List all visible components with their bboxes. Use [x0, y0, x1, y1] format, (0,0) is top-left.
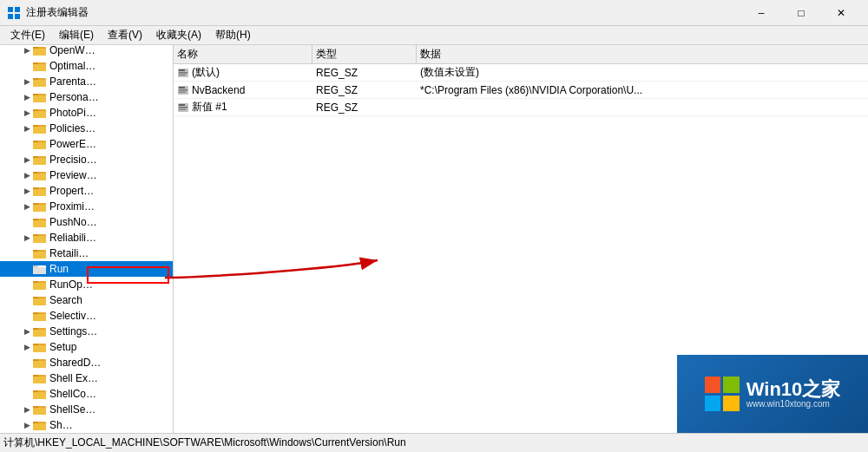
table-row-0[interactable]: (默认)REG_SZ(数值未设置): [174, 64, 868, 82]
tree-label-shellse: ShellSe…: [49, 403, 95, 416]
menu-favorites[interactable]: 收藏夹(A): [149, 26, 208, 44]
menu-edit[interactable]: 编辑(E): [52, 26, 101, 44]
tree-arrow-shellr[interactable]: ▶: [21, 417, 33, 433]
svg-rect-57: [33, 252, 46, 259]
tree-arrow-precisio[interactable]: ▶: [21, 152, 33, 167]
minimize-button[interactable]: –: [741, 0, 781, 26]
tree-label-precisio: Precisio…: [49, 154, 97, 166]
tree-arrow-reliabili[interactable]: ▶: [21, 230, 33, 246]
folder-icon-photop: [33, 106, 47, 120]
tree-item-reliabili[interactable]: ▶ Reliabili…: [0, 230, 173, 246]
tree-label-shellr: Sh…: [49, 419, 73, 431]
tree-item-preview[interactable]: ▶ Preview…: [0, 167, 173, 183]
win-pane-3: [705, 396, 721, 412]
tree-label-settings: Settings…: [49, 325, 97, 337]
svg-rect-63: [33, 283, 46, 290]
tree-arrow-pushno[interactable]: [21, 214, 33, 230]
table-row-1[interactable]: NvBackendREG_SZ*C:\Program Files (x86)\N…: [174, 82, 868, 99]
tree-arrow-proximi[interactable]: ▶: [21, 199, 33, 214]
table-row-2[interactable]: 新值 #1REG_SZ: [174, 99, 868, 116]
watermark-text: Win10之家 www.win10xtong.com: [746, 380, 841, 409]
tree-arrow-setup[interactable]: ▶: [21, 339, 33, 355]
tree-item-retaili[interactable]: Retaili…: [0, 246, 173, 261]
tree-label-retaili: Retaili…: [49, 247, 89, 259]
tree-label-runop: RunOp…: [49, 278, 93, 291]
folder-icon-precisio: [33, 153, 47, 167]
tree-item-optimal[interactable]: Optimal…: [0, 58, 173, 74]
tree-arrow-persona[interactable]: ▶: [21, 89, 33, 105]
tree-arrow-preview[interactable]: ▶: [21, 167, 33, 183]
svg-rect-94: [179, 74, 186, 75]
tree-item-sharedb[interactable]: SharedD…: [0, 355, 173, 370]
tree-item-precisio[interactable]: ▶ Precisio…: [0, 152, 173, 167]
tree-scroll[interactable]: ▶ Notifica…▶ OEMInf…▶ OneDri…▶ OOBE▶ Ope…: [0, 45, 173, 433]
tree-item-powere[interactable]: PowerE…: [0, 136, 173, 152]
svg-rect-3: [15, 14, 20, 19]
svg-rect-96: [179, 87, 185, 88]
tree-label-proximi: Proximi…: [49, 200, 95, 213]
tree-item-shellco[interactable]: ShellCo…: [0, 386, 173, 402]
menu-file[interactable]: 文件(E): [3, 26, 52, 44]
tree-arrow-optimal[interactable]: [21, 58, 33, 74]
tree-item-search[interactable]: Search: [0, 292, 173, 308]
tree-arrow-run[interactable]: [21, 261, 33, 277]
folder-icon-openw: [33, 45, 47, 57]
folder-icon-runop: [33, 278, 47, 292]
tree-item-shellse[interactable]: ▶ ShellSe…: [0, 402, 173, 417]
svg-rect-42: [33, 174, 46, 180]
tree-item-run[interactable]: Run: [0, 261, 173, 277]
cell-type-0: REG_SZ: [312, 67, 417, 79]
tree-arrow-shellse[interactable]: ▶: [21, 402, 33, 417]
svg-rect-66: [33, 298, 46, 305]
svg-rect-45: [33, 189, 46, 196]
win-pane-4: [723, 396, 740, 412]
tree-item-shellr[interactable]: ▶ Sh…: [0, 417, 173, 433]
tree-arrow-search[interactable]: [21, 292, 33, 308]
cell-data-0: (数值未设置): [417, 65, 868, 80]
folder-icon-powere: [33, 137, 47, 151]
tree-item-photop[interactable]: ▶ PhotoPi…: [0, 105, 173, 121]
tree-arrow-openw[interactable]: ▶: [21, 45, 33, 58]
svg-rect-72: [33, 330, 46, 337]
tree-item-propert[interactable]: ▶ Propert…: [0, 183, 173, 199]
tree-arrow-retaili[interactable]: [21, 246, 33, 261]
tree-arrow-runop[interactable]: [21, 277, 33, 292]
tree-panel: ▶ Notifica…▶ OEMInf…▶ OneDri…▶ OOBE▶ Ope…: [0, 45, 174, 433]
tree-item-runop[interactable]: RunOp…: [0, 277, 173, 292]
tree-item-pushno[interactable]: PushNo…: [0, 214, 173, 230]
cell-data-1: *C:\Program Files (x86)\NVIDIA Corporati…: [417, 84, 868, 96]
folder-icon-policies: [33, 121, 47, 135]
tree-arrow-shellco[interactable]: [21, 386, 33, 402]
svg-rect-18: [33, 49, 46, 56]
tree-arrow-shellex[interactable]: [21, 370, 33, 386]
tree-item-openw[interactable]: ▶ OpenW…: [0, 45, 173, 58]
tree-item-settings[interactable]: ▶ Settings…: [0, 324, 173, 339]
menu-help[interactable]: 帮助(H): [208, 26, 258, 44]
tree-arrow-policies[interactable]: ▶: [21, 121, 33, 136]
menu-view[interactable]: 查看(V): [101, 26, 149, 44]
tree-item-shellex[interactable]: Shell Ex…: [0, 370, 173, 386]
tree-item-setup[interactable]: ▶ Setup: [0, 339, 173, 355]
tree-item-persona[interactable]: ▶ Persona…: [0, 89, 173, 105]
tree-item-selectiv[interactable]: Selectiv…: [0, 308, 173, 324]
cell-name-0: (默认): [174, 65, 312, 80]
status-path: 计算机\HKEY_LOCAL_MACHINE\SOFTWARE\Microsof…: [3, 436, 406, 450]
maximize-button[interactable]: □: [781, 0, 821, 26]
tree-arrow-selectiv[interactable]: [21, 308, 33, 324]
tree-item-parenta[interactable]: ▶ Parenta…: [0, 74, 173, 89]
close-button[interactable]: ✕: [821, 0, 861, 26]
table-header: 名称 类型 数据: [174, 45, 868, 64]
tree-arrow-parenta[interactable]: ▶: [21, 74, 33, 89]
tree-arrow-photop[interactable]: ▶: [21, 105, 33, 121]
svg-rect-39: [33, 158, 46, 165]
folder-icon-run: [33, 262, 47, 276]
col-header-data: 数据: [417, 45, 868, 63]
watermark: Win10之家 www.win10xtong.com: [677, 355, 868, 433]
tree-arrow-sharedb[interactable]: [21, 355, 33, 370]
tree-arrow-powere[interactable]: [21, 136, 33, 152]
tree-item-policies[interactable]: ▶ Policies…: [0, 121, 173, 136]
tree-label-shellco: ShellCo…: [49, 388, 96, 400]
tree-arrow-settings[interactable]: ▶: [21, 324, 33, 339]
tree-item-proximi[interactable]: ▶ Proximi…: [0, 199, 173, 214]
tree-arrow-propert[interactable]: ▶: [21, 183, 33, 199]
